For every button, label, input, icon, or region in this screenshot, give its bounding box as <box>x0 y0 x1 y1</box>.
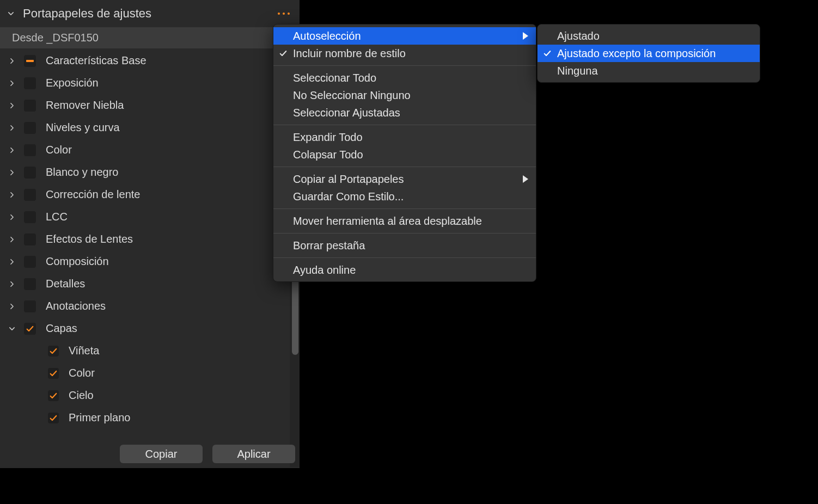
tree-row[interactable]: Blanco y negro <box>0 161 300 183</box>
panel-header-left[interactable]: Portapapeles de ajustes <box>4 7 151 21</box>
tree-row[interactable]: Características Base <box>0 50 300 72</box>
chevron-right-icon[interactable] <box>5 300 19 313</box>
submenu-item[interactable]: Ajustado <box>538 27 760 45</box>
menu-item-label: Seleccionar Todo <box>293 72 528 84</box>
menu-item[interactable]: Expandir Todo <box>273 128 536 146</box>
tree-row[interactable]: Niveles y curva <box>0 116 300 139</box>
submenu-arrow-icon <box>523 30 528 42</box>
menu-item-label: Borrar pestaña <box>293 239 528 252</box>
menu-item-label: Autoselección <box>293 30 523 42</box>
menu-item-label: Guardar Como Estilo... <box>293 190 528 203</box>
chevron-right-icon[interactable] <box>5 121 19 134</box>
adjustments-tree: Características BaseExposiciónRemover Ni… <box>0 48 300 430</box>
menu-item-label: Expandir Todo <box>293 131 528 144</box>
checkbox[interactable] <box>24 233 36 245</box>
chevron-right-icon[interactable] <box>5 54 19 67</box>
checkbox[interactable] <box>24 211 36 223</box>
menu-item[interactable]: Autoselección <box>273 27 536 45</box>
tree-row[interactable]: Color <box>0 139 300 161</box>
checkbox[interactable] <box>48 390 59 401</box>
tree-row-label: Niveles y curva <box>46 121 120 134</box>
menu-item[interactable]: Seleccionar Todo <box>273 69 536 87</box>
panel-body: Desde _DSF0150 Características BaseExpos… <box>0 27 300 430</box>
tree-row[interactable]: Cielo <box>0 384 300 407</box>
menu-item[interactable]: Guardar Como Estilo... <box>273 188 536 205</box>
panel-collapse-icon[interactable] <box>4 7 17 20</box>
checkbox[interactable] <box>24 144 36 156</box>
checkbox[interactable] <box>24 55 36 67</box>
chevron-down-icon[interactable] <box>5 322 19 335</box>
menu-item-label: Copiar al Portapapeles <box>293 173 523 186</box>
submenu-item[interactable]: Ajustado excepto la composición <box>538 45 760 62</box>
tree-row-label: Blanco y negro <box>46 166 118 179</box>
menu-item-label: Mover herramienta al área desplazable <box>293 215 528 228</box>
checkbox[interactable] <box>24 167 36 179</box>
menu-item[interactable]: Ayuda online <box>273 261 536 279</box>
source-label: Desde _DSF0150 <box>12 32 99 44</box>
chevron-right-icon[interactable] <box>5 188 19 201</box>
menu-item[interactable]: Colapsar Todo <box>273 146 536 163</box>
checkbox[interactable] <box>24 256 36 268</box>
tree-row[interactable]: Composición <box>0 250 300 273</box>
chevron-right-icon[interactable] <box>5 278 19 291</box>
checkbox[interactable] <box>48 346 59 357</box>
tree-row[interactable]: Viñeta <box>0 340 300 362</box>
tree-row[interactable]: Efectos de Lentes <box>0 228 300 250</box>
checkbox[interactable] <box>48 413 59 423</box>
tree-row[interactable]: Exposición <box>0 72 300 94</box>
menu-item-label: Ayuda online <box>293 264 528 276</box>
menu-separator <box>273 233 536 233</box>
checkbox[interactable] <box>24 323 36 335</box>
checkbox[interactable] <box>48 368 59 379</box>
chevron-right-icon[interactable] <box>5 99 19 112</box>
tree-row-label: Composición <box>46 255 109 268</box>
tree-row[interactable]: Detalles <box>0 273 300 295</box>
more-options-icon[interactable] <box>276 10 292 17</box>
checkbox[interactable] <box>24 189 36 201</box>
source-row[interactable]: Desde _DSF0150 <box>0 27 300 48</box>
tree-row[interactable]: Color <box>0 362 300 384</box>
tree-row-label: Corrección de lente <box>46 188 140 201</box>
menu-separator <box>273 167 536 167</box>
checkbox[interactable] <box>24 300 36 312</box>
checkbox[interactable] <box>24 77 36 89</box>
checkbox[interactable] <box>24 278 36 290</box>
menu-item-label: Colapsar Todo <box>293 149 528 161</box>
panel-header: Portapapeles de ajustes <box>0 0 300 27</box>
menu-item[interactable]: No Seleccionar Ninguno <box>273 87 536 104</box>
chevron-right-icon[interactable] <box>5 211 19 224</box>
tree-row[interactable]: LCC <box>0 206 300 228</box>
apply-button[interactable]: Aplicar <box>212 445 295 463</box>
tree-row[interactable]: Corrección de lente <box>0 183 300 206</box>
check-icon <box>273 49 293 58</box>
tree-row[interactable]: Capas <box>0 317 300 340</box>
submenu-item[interactable]: Ninguna <box>538 62 760 79</box>
tree-row-label: Viñeta <box>69 345 99 357</box>
chevron-right-icon[interactable] <box>5 255 19 268</box>
copy-button[interactable]: Copiar <box>120 445 203 463</box>
submenu-item-label: Ajustado <box>557 30 752 42</box>
chevron-right-icon[interactable] <box>5 233 19 246</box>
submenu-arrow-icon <box>523 173 528 186</box>
menu-item[interactable]: Copiar al Portapapeles <box>273 170 536 188</box>
menu-item[interactable]: Incluir nombre de estilo <box>273 45 536 62</box>
tree-row[interactable]: Anotaciones <box>0 295 300 317</box>
chevron-right-icon[interactable] <box>5 166 19 179</box>
menu-item[interactable]: Borrar pestaña <box>273 237 536 254</box>
tree-row[interactable]: Primer plano <box>0 407 300 429</box>
tree-row[interactable]: Remover Niebla <box>0 94 300 116</box>
autoselection-submenu: AjustadoAjustado excepto la composiciónN… <box>537 24 760 83</box>
tree-row-label: Remover Niebla <box>46 99 124 112</box>
panel-footer: Copiar Aplicar <box>0 440 300 468</box>
menu-item-label: No Seleccionar Ninguno <box>293 89 528 102</box>
chevron-right-icon[interactable] <box>5 144 19 157</box>
checkbox[interactable] <box>24 100 36 112</box>
menu-item[interactable]: Seleccionar Ajustadas <box>273 104 536 121</box>
menu-separator <box>273 125 536 125</box>
menu-item-label: Seleccionar Ajustadas <box>293 107 528 119</box>
chevron-right-icon[interactable] <box>5 77 19 90</box>
menu-item[interactable]: Mover herramienta al área desplazable <box>273 212 536 230</box>
tree-row-label: Capas <box>46 322 77 335</box>
menu-item-label: Incluir nombre de estilo <box>293 47 528 60</box>
checkbox[interactable] <box>24 122 36 134</box>
